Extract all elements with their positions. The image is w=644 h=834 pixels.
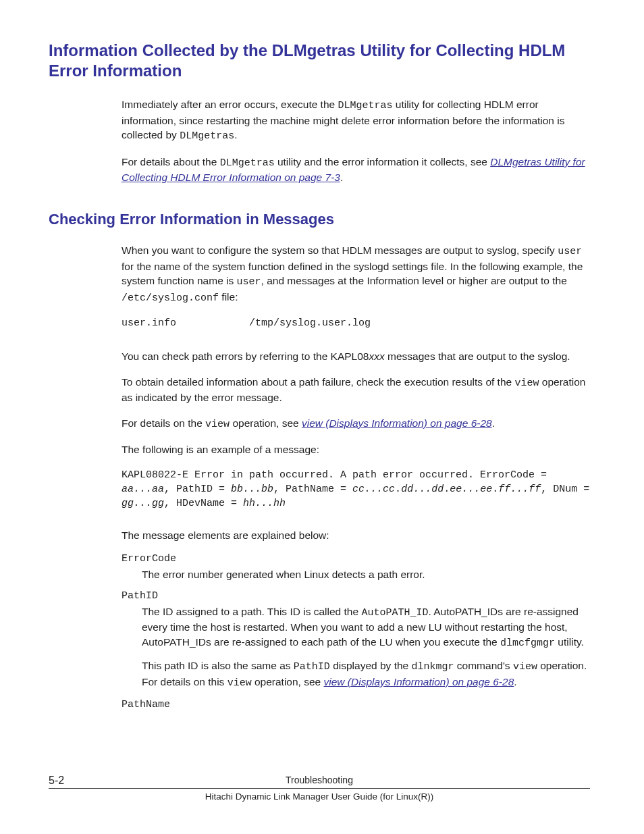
- italic-text: xxx: [369, 350, 384, 362]
- variable: gg...gg: [122, 498, 164, 509]
- text: The ID assigned to a path. This ID is ca…: [142, 606, 361, 617]
- footer-book-title: Hitachi Dynamic Link Manager User Guide …: [49, 791, 590, 802]
- text: .: [492, 484, 498, 495]
- text: file:: [219, 291, 238, 303]
- code-inline: view: [513, 661, 537, 673]
- definition-desc: The error number generated when Linux de…: [142, 567, 590, 581]
- text: .: [444, 484, 450, 495]
- text: , and messages at the Information level …: [261, 275, 567, 286]
- text: utility.: [555, 636, 584, 648]
- text: displayed by the: [330, 660, 412, 671]
- definition-term: PathID: [122, 590, 590, 602]
- definition-desc: The ID assigned to a path. This ID is ca…: [142, 604, 590, 651]
- section-heading-2: Checking Error Information in Messages: [49, 211, 590, 228]
- xref-link[interactable]: view (Displays Information) on page 6-28: [324, 676, 514, 687]
- xref-link[interactable]: view (Displays Information) on page 6-28: [302, 417, 492, 429]
- text: .: [514, 676, 516, 687]
- paragraph: To obtain detailed information about a p…: [122, 375, 590, 405]
- code-inline: PathID: [294, 661, 330, 673]
- code-inline: view: [205, 419, 230, 430]
- variable: cc...cc: [352, 484, 395, 495]
- message-example: KAPL08022-E Error in path occurred. A pa…: [122, 468, 590, 511]
- text: .: [395, 484, 401, 495]
- text: When you want to configure the system so…: [122, 244, 558, 256]
- paragraph: For details about the DLMgetras utility …: [122, 155, 590, 185]
- code-inline: user: [558, 246, 582, 257]
- text: Immediately after an error occurs, execu…: [122, 99, 338, 110]
- text: .: [340, 172, 343, 183]
- paragraph: The following is an example of a message…: [122, 442, 590, 457]
- text: , PathName =: [273, 484, 352, 495]
- text: command's: [454, 660, 513, 671]
- text: , PathID =: [164, 484, 231, 495]
- code-inline: dlnkmgr: [412, 661, 454, 673]
- text: You can check path errors by referring t…: [122, 350, 369, 362]
- paragraph: For details on the view operation, see v…: [122, 416, 590, 432]
- variable: ee...ee: [450, 484, 492, 495]
- text: To obtain detailed information about a p…: [122, 376, 514, 388]
- code-inline: /etc/syslog.conf: [122, 292, 219, 304]
- definition-term: PathName: [122, 699, 590, 710]
- code-inline: view: [227, 677, 252, 689]
- variable: bb...bb: [231, 484, 273, 495]
- footer-rule: [49, 788, 590, 789]
- text: utility and the error information it col…: [275, 156, 491, 167]
- code-inline: user: [237, 276, 261, 288]
- variable: aa...aa: [122, 484, 164, 495]
- text: For details on the: [122, 417, 205, 429]
- code-block: user.info /tmp/syslog.user.log: [122, 316, 590, 330]
- definition-term: ErrorCode: [122, 553, 590, 565]
- paragraph: The message elements are explained below…: [122, 528, 590, 542]
- text: For details about the: [122, 156, 220, 167]
- code-inline: view: [514, 377, 539, 389]
- text: .: [492, 417, 495, 429]
- code-inline: AutoPATH_ID: [361, 607, 428, 619]
- text: , HDevName =: [164, 498, 243, 509]
- definition-desc: This path ID is also the same as PathID …: [142, 658, 590, 690]
- text: , DNum =: [541, 484, 589, 495]
- variable: hh...hh: [243, 498, 286, 509]
- code-inline: DLMgetras: [180, 130, 234, 142]
- text: messages that are output to the syslog.: [385, 350, 570, 362]
- code-inline: DLMgetras: [338, 100, 392, 111]
- paragraph: Immediately after an error occurs, execu…: [122, 97, 590, 144]
- variable: dd...dd: [401, 484, 444, 495]
- variable: ff...ff: [498, 484, 541, 495]
- footer-chapter: Troubleshooting: [49, 775, 590, 787]
- page-number: 5-2: [49, 775, 64, 787]
- text: operation, see: [230, 417, 302, 429]
- text: KAPL08022-E Error in path occurred. A pa…: [122, 469, 547, 481]
- text: .: [234, 129, 237, 140]
- paragraph: You can check path errors by referring t…: [122, 349, 590, 363]
- code-inline: dlmcfgmgr: [500, 637, 555, 649]
- code-inline: DLMgetras: [220, 157, 275, 169]
- page-footer: 5-2 Troubleshooting Hitachi Dynamic Link…: [49, 775, 590, 802]
- text: operation, see: [252, 676, 324, 687]
- text: This path ID is also the same as: [142, 660, 294, 671]
- section-heading-1: Information Collected by the DLMgetras U…: [49, 41, 590, 81]
- paragraph: When you want to configure the system so…: [122, 243, 590, 305]
